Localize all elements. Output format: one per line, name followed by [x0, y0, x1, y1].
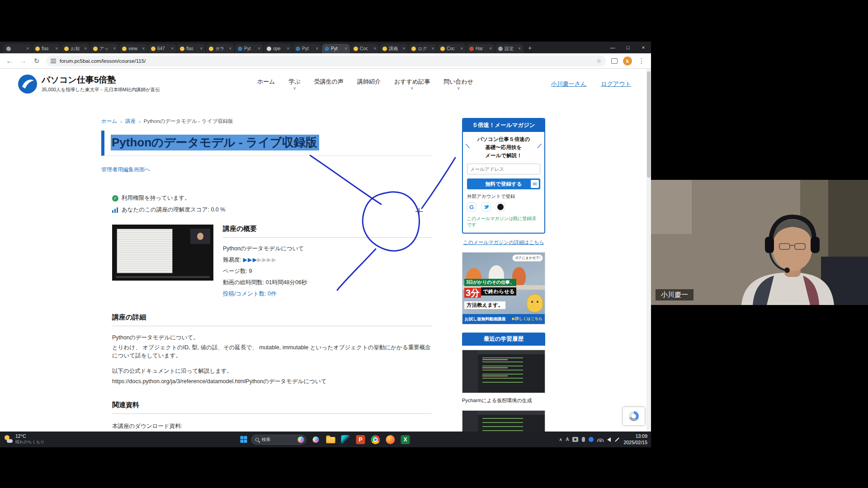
tab-close-icon[interactable]: × [229, 46, 231, 51]
tab-close-icon[interactable]: × [489, 46, 492, 51]
taskbar-app-firefox[interactable] [385, 434, 396, 445]
reload-icon[interactable]: ↻ [33, 57, 41, 65]
nav-item-contact[interactable]: 問い合わせ∨ [443, 78, 473, 90]
nav-item-instructor[interactable]: 講師紹介 [357, 78, 381, 90]
browser-tab[interactable]: Coc× [438, 44, 466, 53]
menu-icon[interactable]: ⋮ [637, 57, 646, 65]
site-name[interactable]: パソコン仕事5倍塾 [42, 75, 160, 85]
taskbar-clock[interactable]: 13:09 2025/02/15 [623, 433, 647, 446]
taskbar-app-pycharm[interactable] [340, 434, 351, 445]
promo-banner[interactable]: ボクにまかせて! 3日がかりのその仕事、 3分で終わらせる 方法教えます。 お試… [462, 252, 545, 324]
tab-close-icon[interactable]: × [258, 46, 260, 51]
scrollbar-thumb[interactable] [647, 71, 651, 178]
history-thumbnail[interactable] [462, 350, 545, 393]
newsletter-details-link[interactable]: このメールマガジンの詳細はこちら [462, 239, 545, 246]
browser-tab[interactable]: ope× [264, 44, 292, 53]
comments-link[interactable]: 投稿/コメント数: 0件 [223, 290, 432, 298]
start-button[interactable] [241, 436, 247, 443]
tab-close-icon[interactable]: × [431, 46, 434, 51]
banner-footer-link[interactable]: ▶詳しくはこちら [512, 316, 542, 322]
email-input[interactable] [467, 164, 540, 174]
address-bar[interactable]: forum.pc5bai.com/lesson/course/115/ ☆ [46, 56, 606, 66]
tab-close-icon[interactable]: × [84, 46, 87, 51]
browser-tab-active[interactable]: Pyt× [322, 44, 350, 53]
tab-close-icon[interactable]: × [113, 46, 116, 51]
history-caption[interactable]: Pycharmによる仮想環境の生成 [462, 397, 545, 404]
breadcrumb-courses-link[interactable]: 講座 [125, 118, 136, 125]
browser-tab[interactable]: × [4, 44, 32, 53]
browser-tab[interactable]: Pyt× [235, 44, 263, 53]
tab-close-icon[interactable]: × [287, 46, 289, 51]
taskbar-app-excel[interactable]: X [400, 434, 411, 445]
tab-close-icon[interactable]: × [460, 46, 463, 51]
nav-item-home[interactable]: ホーム [257, 78, 275, 90]
browser-tab[interactable]: 講義× [380, 44, 408, 53]
camera-icon[interactable] [572, 437, 578, 442]
browser-tab[interactable]: flas× [177, 44, 205, 53]
banner-footer[interactable]: お試し版無料動画講座 ▶詳しくはこちら [462, 314, 545, 324]
bluetooth-icon[interactable] [589, 437, 594, 442]
weather-widget[interactable]: 12°C 晴れのちくもり [5, 433, 44, 445]
profile-avatar[interactable]: k [623, 56, 632, 66]
tab-close-icon[interactable]: × [518, 46, 521, 51]
copilot-icon[interactable] [298, 436, 304, 443]
github-icon[interactable] [496, 202, 505, 211]
wifi-icon[interactable] [597, 437, 604, 442]
url-text[interactable]: forum.pc5bai.com/lesson/course/115/ [60, 58, 593, 64]
taskbar-app-copilot[interactable] [311, 434, 321, 445]
logout-link[interactable]: ログアウト [601, 80, 631, 88]
history-thumbnail[interactable] [462, 410, 545, 432]
tab-close-icon[interactable]: × [316, 46, 318, 51]
forward-icon[interactable]: → [19, 57, 27, 65]
browser-tab[interactable]: Pyt× [293, 44, 321, 53]
recaptcha-badge[interactable] [623, 407, 645, 425]
course-video-thumbnail[interactable] [112, 225, 213, 281]
tab-close-icon[interactable]: × [55, 46, 58, 51]
ime-indicator[interactable]: A [566, 437, 569, 442]
twitter-icon[interactable] [481, 202, 491, 211]
tab-close-icon[interactable]: × [171, 46, 174, 51]
nav-item-voices[interactable]: 受講生の声 [314, 78, 344, 90]
side-panel-icon[interactable] [611, 58, 618, 64]
minimize-button[interactable]: — [605, 45, 620, 50]
google-icon[interactable]: G [467, 202, 476, 211]
nav-item-learn[interactable]: 学ぶ∨ [288, 78, 300, 90]
browser-tab[interactable]: お知× [61, 44, 90, 53]
tab-close-icon[interactable]: × [200, 46, 203, 51]
browser-tab-settings[interactable]: 設定× [495, 44, 524, 53]
taskbar-app-chrome[interactable] [370, 434, 381, 445]
taskbar-app-file-explorer[interactable] [326, 434, 336, 445]
mic-icon[interactable] [582, 437, 585, 442]
nav-item-articles[interactable]: おすすめ記事∨ [394, 78, 430, 90]
browser-tab[interactable]: flas× [33, 44, 61, 53]
taskbar-search[interactable]: 検索 [251, 435, 307, 445]
tab-close-icon[interactable]: × [344, 46, 347, 51]
back-icon[interactable]: ← [5, 57, 14, 65]
user-account-link[interactable]: 小川慶一さん [551, 80, 587, 88]
pen-icon[interactable] [615, 437, 619, 442]
bookmark-star-icon[interactable]: ☆ [596, 58, 601, 64]
volume-icon[interactable] [607, 437, 611, 442]
hidden-icons-chevron[interactable]: ∧ [559, 437, 562, 442]
browser-tab[interactable]: view× [119, 44, 147, 53]
tab-close-icon[interactable]: × [142, 46, 145, 51]
close-button[interactable]: × [636, 45, 651, 50]
tab-close-icon[interactable]: × [402, 46, 405, 51]
maximize-button[interactable]: □ [620, 45, 636, 50]
new-tab-button[interactable]: + [524, 42, 535, 53]
breadcrumb-home-link[interactable]: ホーム [101, 118, 117, 125]
browser-tab[interactable]: ガラ× [206, 44, 234, 53]
browser-tab[interactable]: ログ× [409, 44, 437, 53]
subscribe-button[interactable]: 無料で登録する ✉ [467, 178, 540, 189]
tab-close-icon[interactable]: × [26, 46, 29, 51]
browser-tab[interactable]: アッ× [90, 44, 118, 53]
admin-edit-link[interactable]: 管理者用編集画面へ [101, 166, 432, 174]
site-info-icon[interactable] [51, 59, 56, 63]
taskbar-app-powerpoint[interactable]: P [355, 434, 366, 445]
browser-tab[interactable]: Har× [467, 44, 495, 53]
tab-close-icon[interactable]: × [373, 46, 376, 51]
site-logo[interactable] [18, 75, 37, 94]
browser-tab[interactable]: Coc× [351, 44, 379, 53]
page-scrollbar[interactable] [646, 69, 651, 432]
browser-tab[interactable]: 647× [148, 44, 176, 53]
